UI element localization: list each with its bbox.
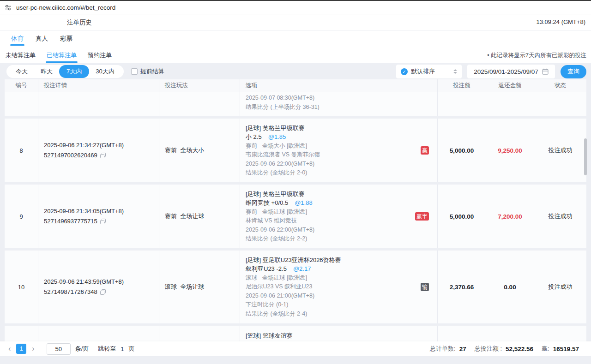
row-no: 10: [5, 251, 38, 323]
title-row: 注单历史 13:09:24 (GMT+8): [0, 14, 591, 30]
sort-selected-value: 默认排序: [411, 67, 450, 76]
odds-value: @2.17: [293, 265, 311, 272]
next-page-button[interactable]: ›: [31, 345, 35, 353]
settlement-subtabs: 未结算注单 已结算注单 预约注单 • 此记录将显示7天内所有已派彩的投注: [0, 47, 591, 63]
result-badge-half-win: 赢半: [415, 212, 429, 221]
range-today-button[interactable]: 今天: [9, 66, 34, 78]
subtab-reserved[interactable]: 预约注单: [87, 48, 113, 63]
result-badge-win: 赢: [421, 146, 429, 155]
odds-value: @1.85: [268, 133, 286, 140]
range-month-button[interactable]: 30天内: [89, 66, 121, 78]
total-count-value: 27: [459, 346, 466, 352]
row-no: 9: [5, 185, 38, 248]
bet-detail-cell: 2025-09-06 21:43:59(GMT+8) 5271498717267…: [38, 251, 159, 323]
server-clock: 13:09:24 (GMT+8): [536, 18, 585, 25]
option-cell: [篮球] 篮球友谊赛: [240, 326, 438, 341]
option-cell: 2025-09-07 08:30(GMT+8) 结果比分 (上半场比分 36-3…: [240, 92, 438, 116]
jump-to-label: 跳转至: [98, 345, 116, 353]
status-text: 投注成功: [549, 283, 573, 291]
per-page-label: 条/页: [75, 345, 89, 353]
bet-record-table: 编号 投注详情 投注玩法 选项 投注额 返还金额 状态 2025-09-07 0…: [5, 79, 586, 341]
tab-lottery[interactable]: 彩票: [59, 31, 73, 47]
calendar-icon: [542, 68, 549, 75]
table-row[interactable]: 10 2025-09-06 21:43:59(GMT+8) 5271498717…: [5, 251, 586, 323]
row-no: 8: [5, 119, 38, 182]
tab-live[interactable]: 真人: [35, 31, 49, 47]
total-win-value: 16519.57: [553, 346, 579, 352]
payout-amount: 7,200.00: [498, 213, 522, 220]
pagination: ‹ 1 › 条/页 跳转至 1 页: [0, 343, 135, 355]
filter-bar: 今天 昨天 7天内 30天内 提前结算 ✓ 默认排序 2025/09/01-20…: [6, 65, 586, 78]
top-panel: 注单历史 13:09:24 (GMT+8) 体育 真人 彩票 未结算注单 已结算…: [0, 14, 591, 63]
tab-sports[interactable]: 体育: [10, 31, 24, 47]
filter-right-group: ✓ 默认排序 2025/09/01-2025/09/07 查询: [396, 65, 586, 78]
result-badge-lose: 输: [421, 283, 429, 291]
prev-page-button[interactable]: ‹: [7, 345, 12, 353]
query-button[interactable]: 查询: [561, 65, 586, 78]
date-range-picker[interactable]: 2025/09/01-2025/09/07: [467, 65, 555, 78]
payout-amount: 0.00: [504, 284, 516, 291]
table-row[interactable]: 8 2025-09-06 21:34:27(GMT+8) 52714970026…: [5, 119, 586, 182]
col-header-status: 状态: [534, 79, 586, 92]
table-row-partial-bottom: [篮球] 篮球友谊赛: [5, 326, 586, 341]
stake-amount: 2,370.66: [450, 284, 474, 291]
table-header-row: 编号 投注详情 投注玩法 选项 投注额 返还金额 状态: [5, 79, 586, 92]
current-page-button[interactable]: 1: [16, 344, 26, 354]
bet-record-page: user-pc-new.ciiicc.com/#/bet_record 注单历史…: [0, 0, 591, 364]
col-header-payout: 返还金额: [486, 79, 534, 92]
bet-detail-cell: 2025-09-06 21:34:27(GMT+8) 5271497002620…: [38, 119, 159, 182]
option-cell: [足球] 英格兰甲级联赛 维冈竞技 +0/0.5@1.88 赛前 全场让球 [欧…: [240, 185, 438, 248]
url-text[interactable]: user-pc-new.ciiicc.com/#/bet_record: [16, 4, 115, 11]
play-cell: 滚球 全场让球: [159, 251, 240, 323]
sort-caret-icon: [453, 69, 457, 74]
date-range-value: 2025/09/01-2025/09/07: [474, 68, 538, 75]
total-win-label: 赢:: [542, 345, 549, 353]
site-settings-icon[interactable]: [5, 4, 12, 11]
subtab-settled[interactable]: 已结算注单: [46, 48, 78, 63]
total-stake-value: 52,522.56: [506, 346, 533, 352]
totals-summary: 总计单数: 27 总投注额 : 52,522.56 赢: 16519.57: [430, 345, 591, 353]
total-count-label: 总计单数:: [430, 345, 456, 353]
page-unit-label: 页: [129, 345, 135, 353]
vertical-scrollbar[interactable]: [584, 138, 587, 175]
col-header-detail: 投注详情: [38, 79, 159, 92]
range-yesterday-button[interactable]: 昨天: [34, 66, 59, 78]
table-row-partial-top: 2025-09-07 08:30(GMT+8) 结果比分 (上半场比分 36-3…: [5, 92, 586, 116]
status-text: 投注成功: [549, 146, 573, 155]
status-text: 投注成功: [549, 212, 573, 221]
range-week-button[interactable]: 7天内: [59, 65, 89, 78]
stake-amount: 5,000.00: [450, 213, 474, 220]
early-settle-checkbox[interactable]: [131, 68, 138, 75]
category-tabs: 体育 真人 彩票: [0, 30, 591, 47]
page-title: 注单历史: [67, 18, 92, 27]
total-stake-label: 总投注额 :: [475, 345, 502, 353]
check-icon: ✓: [401, 68, 408, 75]
col-header-option: 选项: [240, 79, 438, 92]
table-row[interactable]: 9 2025-09-06 21:34:05(GMT+8) 52714969377…: [5, 185, 586, 248]
browser-address-bar: user-pc-new.ciiicc.com/#/bet_record: [0, 0, 591, 14]
footer-bar: ‹ 1 › 条/页 跳转至 1 页 总计单数: 27 总投注额 : 52,522…: [0, 341, 591, 356]
early-settle-label: 提前结算: [140, 67, 164, 76]
copy-icon[interactable]: [100, 289, 106, 295]
early-settle-option: 提前结算: [131, 67, 164, 76]
stake-amount: 5,000.00: [450, 147, 474, 154]
col-header-play: 投注玩法: [159, 79, 240, 92]
record-note: • 此记录将显示7天内所有已派彩的投注: [487, 52, 586, 60]
jump-page-input[interactable]: 1: [121, 346, 124, 352]
page-size-input[interactable]: [47, 343, 71, 355]
option-cell: [足球] 英格兰甲级联赛 小 2.5@1.85 赛前 全场大小 [欧洲盘] 韦康…: [240, 119, 438, 182]
payout-amount: 9,250.00: [498, 147, 522, 154]
copy-icon[interactable]: [100, 219, 106, 224]
col-header-stake: 投注额: [438, 79, 486, 92]
odds-value: @1.88: [295, 199, 313, 206]
date-range-group: 今天 昨天 7天内 30天内: [6, 65, 124, 78]
col-header-no: 编号: [5, 79, 38, 92]
play-cell: 赛前 全场大小: [159, 119, 240, 182]
play-cell: 赛前 全场让球: [159, 185, 240, 248]
copy-icon[interactable]: [100, 153, 106, 158]
option-cell: [足球] 亚足联U23亚洲杯2026资格赛 叙利亚U23 -2.5@2.17 滚…: [240, 251, 438, 323]
subtab-unsettled[interactable]: 未结算注单: [5, 48, 36, 63]
sort-select[interactable]: ✓ 默认排序: [396, 65, 462, 78]
bet-detail-cell: 2025-09-06 21:34:05(GMT+8) 5271496937775…: [38, 185, 159, 248]
